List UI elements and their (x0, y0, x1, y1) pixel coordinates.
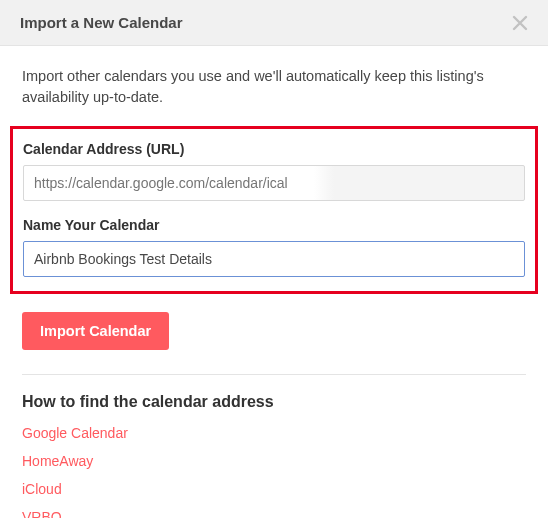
calendar-name-label: Name Your Calendar (23, 217, 525, 233)
divider (22, 374, 526, 375)
form-highlight-box: Calendar Address (URL) Name Your Calenda… (10, 126, 538, 294)
close-icon[interactable] (512, 15, 528, 31)
modal-body: Import other calendars you use and we'll… (0, 46, 548, 518)
help-link-vrbo[interactable]: VRBO (22, 509, 526, 518)
calendar-url-label: Calendar Address (URL) (23, 141, 525, 157)
help-link-icloud[interactable]: iCloud (22, 481, 526, 497)
modal-title: Import a New Calendar (20, 14, 183, 31)
modal-header: Import a New Calendar (0, 0, 548, 46)
intro-text: Import other calendars you use and we'll… (22, 66, 526, 108)
import-calendar-button[interactable]: Import Calendar (22, 312, 169, 350)
help-link-google-calendar[interactable]: Google Calendar (22, 425, 526, 441)
help-heading: How to find the calendar address (22, 393, 526, 411)
help-link-homeaway[interactable]: HomeAway (22, 453, 526, 469)
calendar-name-input[interactable] (23, 241, 525, 277)
calendar-url-input[interactable] (23, 165, 525, 201)
